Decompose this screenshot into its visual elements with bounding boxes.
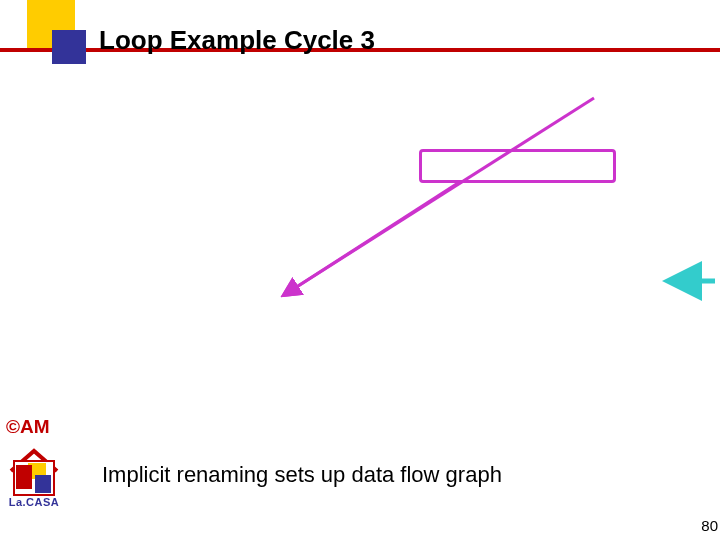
slide: Loop Example Cycle 3 Implicit renaming s…: [0, 0, 720, 540]
decoration-blue-square: [52, 30, 86, 64]
arrow-magenta-down: [284, 98, 594, 295]
slide-title: Loop Example Cycle 3: [99, 25, 375, 56]
diagram-arrows: [0, 0, 720, 540]
page-number: 80: [701, 517, 718, 534]
logo-block-blue: [35, 475, 51, 493]
highlight-box: [419, 149, 616, 183]
copyright-mark: ©AM: [6, 416, 50, 438]
arrow-magenta-from-box: [284, 183, 458, 295]
body-text: Implicit renaming sets up data flow grap…: [102, 461, 502, 489]
logo-block-red: [16, 465, 32, 489]
logo-label: La.CASA: [5, 496, 63, 508]
lacasa-logo: La.CASA: [5, 445, 63, 509]
